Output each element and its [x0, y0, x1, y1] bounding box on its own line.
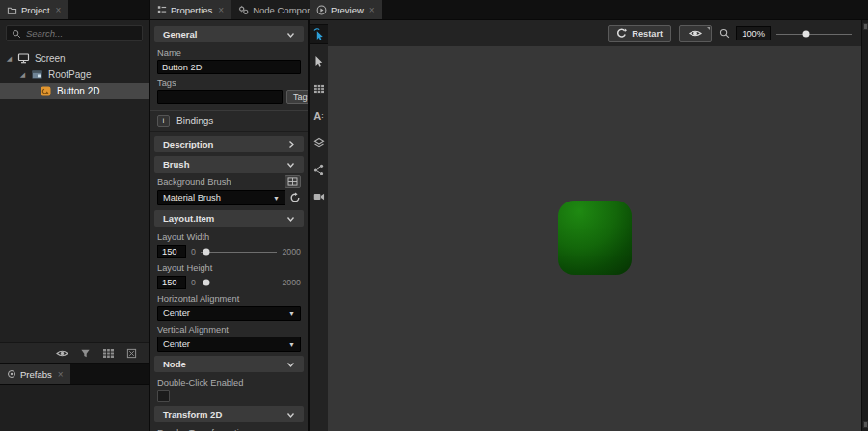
- prefabs-body: [0, 385, 149, 431]
- project-icon: [7, 5, 17, 15]
- eye-icon: [689, 28, 702, 39]
- text-tool[interactable]: A:: [310, 106, 328, 124]
- preview-topbar: Restart 100%: [328, 20, 861, 46]
- panel-grip-icon[interactable]: [863, 421, 868, 428]
- tab-properties[interactable]: Properties ×: [150, 0, 231, 19]
- bindings-row: + Bindings: [150, 110, 308, 132]
- tree-item-rootpage[interactable]: ◢ RootPage: [0, 67, 149, 83]
- zoom-slider[interactable]: [776, 28, 852, 39]
- layout-width-field[interactable]: 150: [157, 245, 186, 258]
- vertical-alignment-dropdown[interactable]: Center ▼: [157, 337, 301, 352]
- prefabs-panel: Prefabs ×: [0, 363, 149, 431]
- close-icon[interactable]: ×: [369, 5, 375, 15]
- section-brush[interactable]: Brush: [154, 156, 304, 173]
- select-tool[interactable]: [310, 52, 328, 70]
- tab-properties-label: Properties: [171, 5, 212, 15]
- double-click-checkbox[interactable]: [157, 390, 170, 402]
- camera-tool[interactable]: [310, 187, 328, 205]
- bindings-label: Bindings: [176, 116, 213, 126]
- connections-tool[interactable]: [310, 160, 328, 178]
- chevron-down-icon: ▼: [288, 310, 295, 317]
- preview-tool-strip: A:: [310, 20, 328, 431]
- zoom-control: 100%: [719, 26, 852, 40]
- preview-button-2d[interactable]: [558, 200, 632, 274]
- close-icon[interactable]: ×: [58, 369, 64, 380]
- visibility-button[interactable]: [679, 25, 712, 42]
- tab-preview[interactable]: Preview ×: [310, 0, 382, 19]
- project-tabbar: Project ×: [0, 0, 149, 20]
- chevron-right-icon: [287, 140, 295, 148]
- section-node-label: Node: [163, 359, 186, 369]
- section-node[interactable]: Node: [154, 356, 304, 372]
- properties-body: General Name Tags Tags + Bindings Descri…: [150, 20, 308, 431]
- expander-icon[interactable]: ◢: [19, 71, 26, 79]
- grid-tool[interactable]: [310, 79, 328, 97]
- layers-tool[interactable]: [310, 133, 328, 151]
- zoom-value[interactable]: 100%: [736, 26, 771, 40]
- reset-brush-icon[interactable]: [289, 192, 301, 203]
- properties-icon: [157, 5, 167, 14]
- preview-canvas[interactable]: [328, 46, 861, 431]
- grid-view-icon[interactable]: [102, 348, 115, 359]
- background-brush-dropdown[interactable]: Material Brush ▼: [157, 190, 285, 205]
- chevron-down-icon: ▼: [273, 195, 280, 202]
- project-toolbar: [0, 342, 149, 363]
- preview-right: Restart 100%: [328, 20, 861, 431]
- brush-picker-icon[interactable]: [285, 175, 301, 188]
- node-components-icon: [238, 5, 249, 15]
- section-general-label: General: [163, 29, 197, 40]
- layout-height-slider[interactable]: [201, 277, 278, 287]
- restart-label: Restart: [632, 29, 663, 39]
- section-layout-item[interactable]: Layout.Item: [154, 210, 304, 227]
- tags-field[interactable]: [157, 90, 283, 104]
- layout-width-slider[interactable]: [201, 246, 278, 256]
- close-icon[interactable]: ×: [56, 5, 62, 15]
- eye-icon[interactable]: [56, 348, 68, 359]
- tree-item-label: Button 2D: [57, 86, 99, 96]
- chevron-down-icon: [286, 361, 295, 368]
- layout-height-min: 0: [191, 278, 196, 287]
- interact-tool[interactable]: [310, 25, 328, 43]
- tree-item-label: Screen: [35, 53, 66, 64]
- tags-button[interactable]: Tags: [286, 90, 308, 104]
- collapsed-panel-strip[interactable]: [861, 20, 868, 431]
- section-brush-label: Brush: [163, 159, 189, 170]
- project-panel: Project × ◢ Screen ◢: [0, 0, 149, 363]
- layout-width-label: Layout Width: [150, 229, 308, 243]
- properties-column: Properties × Node Components × General N…: [150, 0, 310, 431]
- button-2d-icon: [40, 85, 52, 97]
- section-description[interactable]: Description: [154, 136, 304, 152]
- layout-height-field[interactable]: 150: [157, 276, 186, 289]
- tree-item-button-2d[interactable]: Button 2D: [0, 83, 149, 99]
- restart-button[interactable]: Restart: [608, 25, 671, 42]
- render-transformation-label: Render Transformation: [150, 425, 308, 431]
- tab-prefabs[interactable]: Prefabs ×: [0, 364, 70, 384]
- layout-height-max: 2000: [282, 278, 301, 287]
- search-icon: [12, 29, 21, 39]
- close-icon[interactable]: ×: [218, 5, 224, 15]
- project-search[interactable]: [6, 25, 143, 41]
- horizontal-alignment-dropdown[interactable]: Center ▼: [157, 306, 301, 321]
- horizontal-alignment-value: Center: [163, 309, 190, 318]
- tab-project[interactable]: Project ×: [0, 0, 68, 19]
- project-tree: ◢ Screen ◢ RootPage: [0, 50, 149, 342]
- screen-icon: [17, 52, 30, 65]
- page-icon: [31, 68, 43, 81]
- tree-item-screen[interactable]: ◢ Screen: [0, 50, 149, 67]
- panel-grip-icon[interactable]: [863, 23, 868, 30]
- chevron-down-icon: [286, 215, 295, 223]
- tab-preview-label: Preview: [331, 5, 364, 15]
- section-general[interactable]: General: [154, 26, 304, 42]
- play-icon: [316, 5, 327, 15]
- search-input[interactable]: [26, 28, 137, 39]
- name-field[interactable]: [157, 60, 301, 74]
- expander-icon[interactable]: ◢: [6, 55, 13, 63]
- no-preview-icon[interactable]: [126, 348, 137, 359]
- add-binding-button[interactable]: +: [157, 115, 170, 127]
- tab-prefabs-label: Prefabs: [20, 369, 52, 380]
- kanzi-studio-window: Project × ◢ Screen ◢: [0, 0, 868, 431]
- chevron-down-icon: [286, 411, 295, 418]
- section-transform-2d[interactable]: Transform 2D: [154, 406, 304, 422]
- filter-icon[interactable]: [80, 348, 91, 359]
- layout-width-max: 2000: [282, 247, 301, 256]
